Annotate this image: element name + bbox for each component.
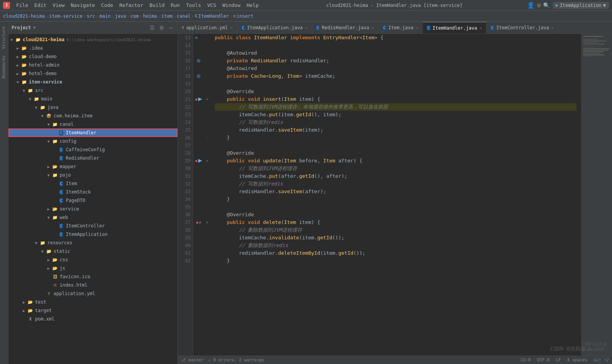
menu-item-help[interactable]: Help [244, 0, 262, 10]
menu-item-navigate[interactable]: Navigate [68, 0, 98, 10]
breadcrumb-canal[interactable]: canal [177, 13, 191, 19]
tree-item-cloud-demo[interactable]: ▶ 📂 cloud-demo [8, 52, 177, 61]
tab-item-application[interactable]: C ItemApplication.java ✕ [237, 22, 312, 33]
breadcrumb: cloud2021-heima › item-service › src › m… [0, 11, 612, 22]
tree-item-canal[interactable]: ▼ 📁 canal [8, 120, 177, 129]
code-line-26: } [215, 134, 577, 142]
tree-item-caffeine-config[interactable]: C CaffeineConfig [8, 145, 177, 154]
menu-item-window[interactable]: Window [219, 0, 244, 10]
breadcrumb-main[interactable]: main [99, 13, 110, 19]
settings-button[interactable]: ⚙ [158, 24, 166, 32]
line-numbers: 13 14 15 16 17 18 19 20 21 22 23 24 25 2… [178, 34, 193, 356]
breadcrumb-method[interactable]: insert [237, 13, 253, 19]
breadcrumb-item-pkg[interactable]: item [161, 13, 172, 19]
tree-item-package[interactable]: ▼ 📦 com.heima.item [8, 112, 177, 120]
tree-item-index-html[interactable]: H index.html [8, 281, 177, 289]
code-line-13: public class ItemHandler implements Entr… [215, 34, 577, 42]
breadcrumb-java[interactable]: java [115, 13, 126, 19]
breadcrumb-classname[interactable]: ItemHandler [198, 13, 229, 19]
tree-item-item-class[interactable]: C Item [8, 179, 177, 188]
sidebar-dropdown-icon[interactable]: ▼ [33, 25, 36, 30]
tree-item-item-handler[interactable]: C ItemHandler [8, 129, 177, 137]
tree-item-item-application[interactable]: C ItemApplication [8, 230, 177, 239]
tab-item-java[interactable]: C Item.java ✕ [378, 22, 423, 33]
status-git[interactable]: ⎇ master [181, 357, 204, 362]
tree-item-hotel-demo[interactable]: ▶ 📂 hotel-demo [8, 69, 177, 78]
menu-item-refactor[interactable]: Refactor [116, 0, 147, 10]
menu-item-edit[interactable]: Edit [31, 0, 49, 10]
gutter-13: ⚑ [193, 34, 199, 42]
menu-item-tools[interactable]: Tools [183, 0, 204, 10]
run-config-dropdown-icon: ▼ [603, 3, 606, 8]
tree-item-resources[interactable]: ▼ 📁 resources [8, 239, 177, 247]
search-everywhere-icon[interactable]: 🔍 [543, 2, 550, 8]
tab-item-handler[interactable]: C ItemHandler.java ✕ [423, 22, 486, 33]
tab-application-yml[interactable]: Y application.yml ✕ [178, 22, 237, 33]
sidebar-header: Project ▼ ☰ ⚙ ─ [8, 22, 177, 34]
tree-item-test[interactable]: ▶ 📂 test [8, 298, 177, 306]
tree-item-static[interactable]: ▼ 📁 static [8, 247, 177, 255]
breadcrumb-root[interactable]: cloud2021-heima [3, 13, 45, 19]
tree-item-item-controller[interactable]: C ItemController [8, 222, 177, 230]
menu-item-build[interactable]: Build [147, 0, 168, 10]
menu-item-run[interactable]: Run [168, 0, 183, 10]
tree-item-service[interactable]: ▶ 📂 service [8, 205, 177, 213]
breadcrumb-module[interactable]: item-service [49, 13, 83, 19]
profile-icon[interactable]: 👤 [527, 2, 535, 9]
menu-item-view[interactable]: View [50, 0, 68, 10]
gutter-18 [193, 72, 204, 80]
tree-item-target[interactable]: ▶ 📂 target [8, 306, 177, 315]
tree-item-pojo[interactable]: ▼ 📁 pojo [8, 171, 177, 179]
vtab-structure[interactable]: Structure [0, 23, 8, 52]
code-line-34: } [215, 195, 577, 203]
tab-redis-handler[interactable]: C RedisHandler.java ✕ [312, 22, 379, 33]
tree-item-main[interactable]: ▼ 📁 main [8, 95, 177, 103]
tree-item-css[interactable]: ▶ 📂 css [8, 255, 177, 264]
gutter-37: ● @ [193, 219, 204, 226]
code-line-20: @Override [215, 88, 577, 95]
tree-item-redis-handler[interactable]: C RedisHandler [8, 154, 177, 162]
menu-item-code[interactable]: Code [98, 0, 116, 10]
project-panel: Project ▼ ☰ ⚙ ─ ▼ 📁 cloud2021-heima E:\i… [8, 22, 178, 364]
status-line-col: 22:8 [520, 357, 531, 362]
tree-item-favicon[interactable]: 🖼 favicon.ico [8, 272, 177, 281]
tree-item-application-yml[interactable]: Y application.yml [8, 289, 177, 298]
run-config-selector[interactable]: ▶ ItemApplication ▼ [553, 2, 609, 9]
tree-item-page-dto[interactable]: C PageDTO [8, 196, 177, 205]
status-encoding[interactable]: UTF-8 [537, 357, 550, 362]
tab-item-controller[interactable]: C ItemController.java ✕ [487, 22, 558, 33]
status-indent[interactable]: 4 spaces [567, 357, 587, 362]
menu-item-file[interactable]: File [13, 0, 31, 10]
tree-item-hotel-admin[interactable]: ▶ 📂 hotel-admin [8, 61, 177, 69]
tree-item-item-stock[interactable]: C ItemStock [8, 188, 177, 196]
right-scroll-area: CSDN @清风微凉 aaa [581, 34, 612, 356]
menu-item-vcs[interactable]: VCS [204, 0, 219, 10]
tree-item-pom[interactable]: X pom.xml [8, 315, 177, 323]
tree-item-mapper[interactable]: ▶ 📂 mapper [8, 162, 177, 171]
code-content[interactable]: public class ItemHandler implements Entr… [210, 34, 581, 356]
breadcrumb-src[interactable]: src [87, 13, 95, 19]
tree-item-config[interactable]: ▼ 📁 config [8, 137, 177, 145]
tree-item-web[interactable]: ▼ 📁 web [8, 213, 177, 222]
breadcrumb-heima[interactable]: heima [143, 13, 157, 19]
code-line-41: redisHandler.deleteItemById(item.getId()… [215, 249, 577, 257]
tree-item-java[interactable]: ▼ 📁 java [8, 103, 177, 112]
svg-point-1 [197, 74, 201, 78]
code-line-22: // 写数据到JVM进程缓存: 本地缓存操作效率更高，可以放在前面 [215, 103, 577, 111]
minimize-button[interactable]: ─ [167, 24, 174, 32]
tree-item-src[interactable]: ▼ 📁 src [8, 86, 177, 95]
breadcrumb-com[interactable]: com [130, 13, 139, 19]
tree-item-js[interactable]: ▶ 📂 js [8, 264, 177, 272]
code-line-27 [215, 142, 577, 149]
collapse-all-button[interactable]: ☰ [148, 24, 156, 32]
tree-item-item-service[interactable]: ▼ 📁 item-service [8, 78, 177, 86]
tree-item-idea[interactable]: ▶ 📂 .idea [8, 44, 177, 52]
code-line-35 [215, 203, 577, 211]
vtab-bookmarks[interactable]: Bookmarks [0, 52, 8, 82]
code-line-30: // 写数据到JVM进程缓存 [215, 165, 577, 172]
status-line-sep[interactable]: LF [556, 357, 561, 362]
breadcrumb-class-icon: C [195, 13, 198, 18]
status-git-push[interactable]: Git ↑2 [594, 357, 609, 362]
tree-item-root[interactable]: ▼ 📁 cloud2021-heima E:\idea-workspace\cl… [8, 35, 177, 44]
settings-icon[interactable]: ⚙ [537, 2, 541, 9]
